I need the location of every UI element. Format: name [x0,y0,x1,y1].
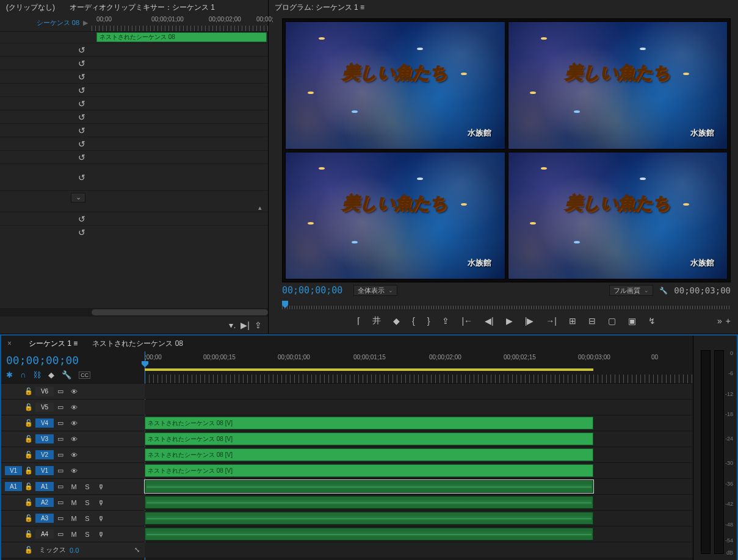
track-target[interactable]: V3 [35,434,54,443]
go-in-icon[interactable]: |← [461,316,472,326]
solo-button[interactable]: S [81,515,94,522]
lock-icon[interactable]: 🔓 [22,403,35,411]
sequence-link[interactable]: シーケンス 08 [37,18,79,27]
voice-over-icon[interactable]: 🎙 [94,499,107,506]
voice-over-icon[interactable]: 🎙 [94,515,107,522]
mix-value[interactable]: 0.0 [70,547,79,554]
timeline-tab-active[interactable]: シーケンス 1 ≡ [29,339,78,349]
insert-icon[interactable]: ⊞ [569,316,576,326]
snap-icon[interactable]: ∩ [20,370,26,379]
play-only-icon[interactable]: ▶ [83,19,88,27]
video-clip[interactable]: ネストされたシーケンス 08 [V] [145,464,593,477]
undo-icon[interactable]: ↺ [78,173,85,182]
nest-icon[interactable]: ✱ [6,370,13,379]
mute-button[interactable]: M [67,483,81,490]
source-patch[interactable] [5,501,22,504]
sync-lock-icon[interactable]: ▭ [54,514,67,522]
source-patch[interactable] [5,406,22,409]
track-lane[interactable]: ネストされたシーケンス 08 [V] [145,431,693,447]
marker-icon[interactable]: ◆ [393,316,400,326]
source-patch[interactable] [5,390,22,393]
marker-tool-icon[interactable]: ◆ [48,370,54,379]
track-lane[interactable] [145,511,693,526]
track-lane[interactable] [145,495,693,510]
link-select-icon[interactable]: ⛓ [33,370,41,379]
source-patch[interactable] [5,533,22,536]
undo-icon[interactable]: ↺ [78,45,85,55]
lift-icon[interactable]: ⇪ [442,316,449,326]
mini-timeline-ruler[interactable]: 00;00 00;00;01;00 00;00;02;00 00;00; [92,15,268,32]
mute-button[interactable]: M [67,515,81,522]
undo-icon[interactable]: ↺ [78,153,85,162]
timeline-ruler[interactable]: ;00;00 00;00;00;15 00;00;01;00 00;00;01;… [145,351,693,383]
lock-icon[interactable]: 🔓 [22,435,35,443]
lock-icon[interactable]: 🔓 [22,387,35,395]
wrench-icon[interactable]: 🔧 [62,370,71,379]
audio-clip-mixer-tab[interactable]: オーディオクリップミキサー：シーケンス 1 [70,2,215,12]
filter-icon[interactable]: ▾. [229,320,236,330]
lock-icon[interactable]: 🔓 [22,419,35,427]
video-clip[interactable]: ネストされたシーケンス 08 [V] [145,433,593,445]
more-icon[interactable]: » [717,316,722,326]
compare-icon[interactable]: ▣ [628,316,636,326]
timeline-timecode[interactable]: 00;00;00;00 [6,354,140,367]
sync-lock-icon[interactable]: ▭ [54,403,67,411]
solo-button[interactable]: S [81,531,94,538]
export-icon[interactable]: ⇪ [255,320,262,330]
work-area-bar[interactable] [145,368,593,371]
source-patch[interactable]: A1 [5,482,22,491]
lock-icon[interactable]: 🔓 [22,498,35,506]
eye-icon[interactable]: 👁 [67,420,81,427]
mini-hscroll[interactable] [0,308,268,317]
mute-button[interactable]: M [67,531,81,538]
go-out-icon[interactable]: →| [546,316,557,326]
program-preview[interactable]: 美しい魚たち 水族館 美しい魚たち 水族館 美しい魚たち 水族館 美しい魚たち … [282,18,731,282]
video-clip[interactable]: ネストされたシーケンス 08 [V] [145,417,593,429]
eye-icon[interactable]: 👁 [67,388,81,395]
track-lane[interactable]: ネストされたシーケンス 08 [V] [145,415,693,431]
track-target[interactable]: V5 [35,403,54,412]
track-lane[interactable] [145,400,693,415]
mute-button[interactable]: M [67,499,81,506]
track-lane[interactable] [145,526,693,542]
track-target[interactable]: V2 [35,450,54,459]
export-frame-icon[interactable]: ▢ [608,316,616,326]
audio-clip[interactable] [145,496,593,509]
expand-icon[interactable]: ⤡ [134,546,140,554]
program-monitor-tab[interactable]: プログラム: シーケンス 1 ≡ [269,0,738,15]
source-patch[interactable] [5,454,22,456]
audio-clip[interactable] [145,480,593,493]
lock-icon[interactable]: 🔓 [22,530,35,538]
resolution-select[interactable]: フル画質⌄ [609,285,653,296]
sync-lock-icon[interactable]: ▭ [54,435,67,443]
undo-icon[interactable]: ↺ [78,228,85,237]
solo-button[interactable]: S [81,483,94,490]
sync-lock-icon[interactable]: ▭ [54,498,67,506]
source-patch[interactable]: V1 [5,466,22,475]
eye-icon[interactable]: 👁 [67,467,81,475]
sync-lock-icon[interactable]: ▭ [54,451,67,459]
undo-icon[interactable]: ↺ [78,72,85,82]
track-lane[interactable] [145,384,693,399]
track-lane[interactable] [145,479,693,494]
undo-icon[interactable]: ↺ [78,112,85,122]
eye-icon[interactable]: 👁 [67,436,81,443]
overwrite-icon[interactable]: ⊟ [588,316,596,326]
undo-icon[interactable]: ↺ [78,139,85,149]
track-target[interactable]: V4 [35,418,54,428]
track-lane[interactable]: ネストされたシーケンス 08 [V] [145,447,693,462]
effect-controls-tab[interactable]: (クリップなし) [6,2,55,12]
play-export-icon[interactable]: ▶| [241,320,250,330]
undo-icon[interactable]: ↺ [78,59,85,68]
audio-clip[interactable] [145,512,593,525]
sync-lock-icon[interactable]: ▭ [54,483,67,490]
lock-icon[interactable]: 🔓 [22,483,35,490]
collapse-up-icon[interactable]: ▴ [258,204,262,212]
add-button-icon[interactable]: + [726,316,731,326]
program-scrub-bar[interactable] [282,301,731,312]
track-target[interactable]: A3 [35,514,54,523]
eye-icon[interactable]: 👁 [67,404,81,411]
timeline-tab-other[interactable]: ネストされたシーケンス 08 [92,339,183,349]
step-fwd-icon[interactable]: |▶ [525,316,534,326]
voice-over-icon[interactable]: 🎙 [94,531,107,538]
